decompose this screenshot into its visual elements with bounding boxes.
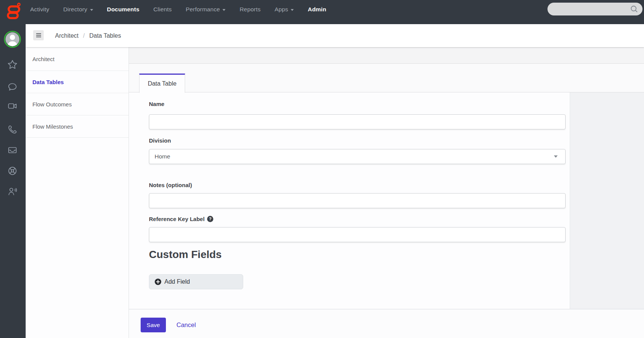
inbox-icon[interactable] (8, 145, 17, 155)
nav-item-reports[interactable]: Reports (239, 6, 261, 13)
nav-item-activity[interactable]: Activity (30, 6, 49, 13)
chat-icon[interactable] (8, 82, 17, 92)
menu-toggle-button[interactable] (33, 30, 44, 40)
nav-item-label: Admin (308, 6, 326, 13)
tab-label: Data Table (148, 80, 176, 87)
breadcrumb-bar: Architect / Data Tables (26, 24, 644, 47)
search-icon[interactable] (630, 5, 639, 14)
tab-strip (129, 64, 644, 92)
nav-item-apps[interactable]: Apps (274, 6, 294, 13)
plus-circle-icon (155, 278, 161, 285)
sidebar-item-label: Architect (32, 56, 54, 62)
nav-menu: Activity Directory Documents Clients Per… (30, 0, 326, 19)
nav-item-label: Documents (107, 6, 140, 13)
hamburger-icon (36, 33, 41, 38)
reference-key-label-text: Reference Key Label (149, 216, 205, 222)
name-field[interactable] (149, 114, 566, 129)
panel-bottom-divider (129, 309, 644, 309)
content-area: Data Table Name Division Home Notes (opt… (129, 47, 644, 338)
right-gutter (570, 92, 644, 309)
data-table-form-panel: Name Division Home Notes (optional) Refe… (129, 92, 570, 309)
reference-key-label: Reference Key Label ? (149, 216, 213, 222)
avatar[interactable] (4, 31, 21, 48)
top-nav: Activity Directory Documents Clients Per… (0, 0, 644, 24)
chevron-down-icon (90, 9, 93, 11)
svg-text:?: ? (209, 217, 212, 221)
breadcrumb-item-data-tables: Data Tables (89, 32, 121, 39)
nav-item-admin[interactable]: Admin (308, 6, 326, 13)
star-icon[interactable] (8, 60, 17, 69)
nav-item-label: Clients (153, 6, 172, 13)
sidebar-item-flow-milestones[interactable]: Flow Milestones (26, 115, 129, 138)
sidebar-item-architect[interactable]: Architect (26, 47, 129, 71)
nav-item-label: Performance (186, 6, 220, 13)
nav-item-label: Directory (63, 6, 87, 13)
nav-item-label: Activity (30, 6, 49, 13)
breadcrumb: Architect / Data Tables (55, 24, 121, 47)
nav-item-performance[interactable]: Performance (186, 6, 226, 13)
video-camera-icon[interactable] (8, 101, 17, 111)
nav-item-label: Apps (274, 6, 288, 13)
save-button[interactable]: Save (141, 318, 166, 332)
division-selected-value: Home (155, 153, 170, 160)
breadcrumb-item-architect[interactable]: Architect (55, 32, 78, 39)
question-circle-icon[interactable]: ? (207, 216, 213, 222)
chevron-down-icon (554, 155, 558, 158)
left-icon-rail (0, 0, 26, 338)
division-select[interactable]: Home (149, 149, 566, 164)
phone-icon[interactable] (8, 124, 17, 134)
global-search (547, 3, 642, 15)
nav-item-label: Reports (239, 6, 261, 13)
nav-item-documents[interactable]: Documents (107, 6, 140, 13)
chevron-down-icon (222, 9, 225, 11)
architect-side-menu: Architect Data Tables Flow Outcomes Flow… (26, 47, 129, 338)
notes-label: Notes (optional) (149, 182, 192, 188)
add-field-button[interactable]: Add Field (149, 274, 243, 289)
tab-data-table[interactable]: Data Table (139, 74, 185, 93)
notes-field[interactable] (149, 193, 566, 208)
sidebar-item-label: Flow Milestones (32, 123, 73, 130)
division-label: Division (149, 137, 171, 144)
name-label: Name (149, 101, 164, 107)
sidebar-item-label: Data Tables (32, 79, 64, 85)
data-table-form: Name Division Home Notes (optional) Refe… (149, 92, 566, 309)
nav-item-directory[interactable]: Directory (63, 6, 93, 13)
notes-label-text: Notes (optional) (149, 182, 192, 188)
sidebar-item-label: Flow Outcomes (32, 101, 72, 108)
division-label-text: Division (149, 137, 171, 144)
chevron-down-icon (291, 9, 294, 11)
agent-icon[interactable] (8, 187, 17, 197)
app-root: Activity Directory Documents Clients Per… (0, 0, 644, 338)
genesys-logo-icon (5, 2, 22, 20)
sidebar-item-data-tables[interactable]: Data Tables (26, 71, 129, 93)
breadcrumb-separator: / (83, 32, 84, 39)
global-search-input[interactable] (547, 3, 630, 15)
name-label-text: Name (149, 101, 164, 107)
help-ring-icon[interactable] (8, 166, 17, 176)
reference-key-field[interactable] (149, 227, 566, 242)
nav-item-clients[interactable]: Clients (153, 6, 172, 13)
toolbar-strip (129, 47, 644, 64)
sidebar-item-flow-outcomes[interactable]: Flow Outcomes (26, 93, 129, 115)
custom-fields-heading: Custom Fields (149, 249, 222, 261)
add-field-label: Add Field (164, 278, 190, 285)
cancel-button[interactable]: Cancel (176, 318, 196, 332)
